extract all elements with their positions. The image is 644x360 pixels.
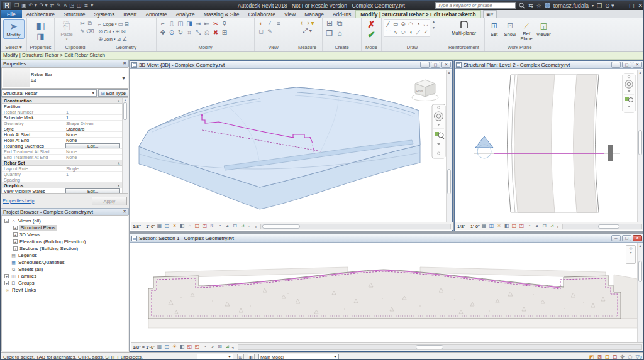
offset-tool-icon[interactable]: ⎍ — [167, 19, 176, 28]
section-scroll-thumb[interactable] — [638, 261, 642, 282]
section-hscroll-thumb[interactable] — [416, 345, 443, 349]
set-work-plane-button[interactable]: ⊞ Set — [487, 19, 501, 38]
expand-icon[interactable]: + — [13, 239, 18, 244]
design-options-combo[interactable]: Main Model ▼ — [258, 354, 339, 360]
expand-icon[interactable]: + — [13, 232, 18, 237]
section-horizontal-scrollbar[interactable] — [238, 344, 642, 350]
show-work-plane-button[interactable]: ⊡ Show — [502, 19, 518, 38]
move-icon[interactable]: ✥ — [158, 28, 167, 37]
apply-button[interactable]: Apply — [92, 197, 127, 205]
mirror-axis-icon[interactable]: ◫ — [176, 19, 185, 28]
panel-label-create[interactable]: Create — [323, 44, 361, 51]
plan-scroll-thumb[interactable] — [638, 130, 642, 155]
beam-joins-icon[interactable]: ∠ — [123, 36, 128, 42]
cutaway-icon[interactable]: ≡ — [274, 19, 283, 28]
trim-icon[interactable]: ⇤ — [203, 19, 211, 28]
shadows-icon[interactable]: ◧ — [504, 223, 510, 229]
hide-isolate-icon[interactable]: ◔ — [526, 223, 533, 229]
scroll-up-icon[interactable]: ▲ — [638, 70, 643, 75]
panel-label-reinforcement[interactable]: Reinforcement — [443, 44, 484, 51]
tree-item-schedules[interactable]: ▦Schedules/Quantities — [2, 259, 128, 266]
tree-item-revit-links[interactable]: ∞Revit Links — [2, 286, 128, 293]
section-restore-button[interactable]: ▢ — [622, 235, 631, 241]
expand-icon[interactable]: + — [4, 274, 9, 278]
crop-view-icon[interactable]: ◱ — [187, 344, 193, 350]
tab-insert[interactable]: Insert — [119, 10, 141, 18]
align-icon[interactable]: ⌐ — [158, 19, 167, 28]
design-options-icon[interactable]: ◧ — [248, 354, 255, 360]
qat-customize-icon[interactable]: ▾ — [91, 3, 93, 8]
section-close-button[interactable]: ✕ — [633, 235, 642, 241]
3d-scroll-thumb[interactable] — [447, 169, 451, 194]
spline-tool-icon[interactable]: ∿ — [392, 28, 399, 36]
hide-isolate-icon[interactable]: ◔ — [202, 344, 208, 350]
match-properties-icon[interactable]: ✎ — [79, 28, 86, 36]
revit-logo[interactable]: R — [3, 2, 11, 9]
3d-view-canvas[interactable]: Front — [131, 70, 447, 223]
modify-tool-button[interactable]: ➤ Modify — [3, 19, 25, 39]
section-line-handle[interactable] — [608, 145, 613, 161]
cope-button[interactable]: Cope — [103, 21, 114, 27]
delete-icon[interactable]: ⌫ — [86, 28, 94, 36]
tab-structure[interactable]: Structure — [59, 10, 90, 18]
tree-item-legends[interactable]: ▤Legends — [2, 252, 128, 259]
viewer-button[interactable]: ◱ Viewer — [535, 19, 552, 38]
unpin-icon[interactable]: ⎌ — [203, 28, 211, 37]
select-pinned-icon[interactable]: ⊟ — [613, 354, 617, 360]
3d-minimize-button[interactable]: ─ — [420, 62, 430, 68]
group-icon[interactable]: ⊞ — [220, 28, 229, 37]
window-3d-view[interactable]: 3D View: {3D} - Complex Geometry.rvt ─ ▢… — [130, 60, 453, 231]
plan-navigation-bar[interactable] — [623, 74, 635, 112]
tab-architecture[interactable]: Architecture — [22, 10, 59, 18]
draw-scroll-up-icon[interactable]: ▲ — [432, 19, 435, 23]
panel-label-measure[interactable]: Measure — [292, 44, 322, 51]
reveal-hidden-icon[interactable]: ◕ — [534, 223, 540, 229]
tab-manage[interactable]: Manage — [300, 10, 328, 18]
reveal-hidden-icon[interactable]: ◕ — [209, 344, 216, 350]
exchange-apps-icon[interactable]: ⇆ — [528, 3, 533, 9]
properties-scrollbar[interactable]: ▲ — [122, 98, 128, 193]
plan-horizontal-scrollbar[interactable] — [562, 224, 642, 229]
split-face-icon[interactable]: ⊟ — [124, 21, 128, 27]
mirror-draw-icon[interactable]: ◨ — [185, 19, 194, 28]
sun-path-icon[interactable]: ☀ — [496, 223, 502, 229]
tree-item-sections[interactable]: +Sections (Building Section) — [2, 245, 128, 252]
3d-vertical-scrollbar[interactable]: ▲ — [446, 70, 452, 222]
plan-vertical-scrollbar[interactable]: ▲ — [637, 70, 643, 222]
paste-button[interactable]: ⎗ Paste ▾ — [57, 19, 77, 41]
copy-icon[interactable]: ⧉ — [86, 19, 94, 28]
expand-icon[interactable]: + — [13, 246, 18, 251]
properties-header[interactable]: Properties ✕ — [1, 60, 129, 67]
drag-on-selection-icon[interactable]: ⬡ — [628, 354, 632, 360]
hide-elements-icon[interactable]: ◻ — [257, 28, 265, 36]
section-navigation-bar[interactable]: ◎▾ — [626, 245, 636, 264]
circle-tool-icon[interactable]: ⊙ — [399, 20, 407, 28]
crop-view-icon[interactable]: ◱ — [194, 223, 201, 229]
tree-item-3d-views[interactable]: +3D Views — [2, 231, 128, 238]
analytical-model-icon[interactable]: ⊿ — [240, 223, 246, 229]
restore-button[interactable]: ▢ — [629, 3, 635, 9]
view-properties-icon[interactable]: ⊡ — [541, 223, 548, 229]
join-button[interactable]: Join — [104, 36, 113, 42]
rounding-overrides-edit-button[interactable]: Edit... — [65, 143, 120, 148]
tangent-arc-icon[interactable]: ◡ — [422, 20, 430, 28]
lock-view-icon[interactable]: ⚿ — [209, 223, 216, 229]
panel-label-properties[interactable]: Properties — [27, 44, 54, 51]
visual-style-icon[interactable]: ◫ — [489, 223, 495, 229]
help-icon[interactable]: ⊙ ▾ — [605, 3, 614, 9]
redo-icon[interactable]: ↷ ▾ — [40, 3, 48, 8]
arc-start-end-icon[interactable]: ◠ — [407, 20, 414, 28]
shadows-icon[interactable]: ◧ — [179, 223, 186, 229]
window-section[interactable]: Section: Section 1 - Complex Geometry.rv… — [130, 234, 644, 352]
panel-label-modify[interactable]: Modify — [157, 44, 254, 51]
section-icon[interactable]: ◫ — [77, 3, 82, 8]
ref-plane-button[interactable]: ⟋ Ref Plane — [519, 19, 535, 43]
tab-file[interactable]: File — [1, 10, 22, 18]
tree-item-elevations[interactable]: +Elevations (Building Elevation) — [2, 238, 128, 245]
arc-center-icon[interactable]: ◔ — [414, 20, 422, 28]
multi-planar-button[interactable]: Multi-planar — [447, 19, 482, 36]
override-graphics-icon[interactable]: ✎ — [265, 28, 274, 36]
cancel-sketch-button[interactable]: ✗ — [367, 19, 375, 30]
array-icon[interactable]: ⌗ — [185, 28, 194, 37]
plan-minimize-button[interactable]: ─ — [611, 62, 621, 68]
